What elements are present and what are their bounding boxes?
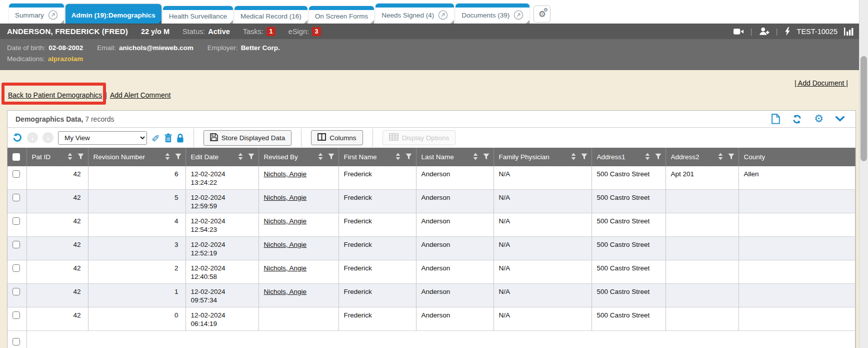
collapse-chevron-icon[interactable] (836, 116, 844, 122)
revised-by-link[interactable]: Nichols, Angie (264, 264, 307, 272)
revised-by-link[interactable]: Nichols, Angie (264, 170, 307, 178)
sort-icon[interactable] (396, 153, 400, 162)
back-to-patient-demographics-link[interactable]: Back to Patient Demographics (8, 91, 102, 99)
tab-documents[interactable]: Documents (39) (456, 4, 530, 24)
scrollbar-thumb[interactable] (860, 56, 867, 161)
cell-edit_date: 12-02-202412:40:58 (186, 260, 258, 284)
sort-icon[interactable] (68, 153, 72, 162)
vertical-scrollbar[interactable] (859, 0, 868, 348)
sort-icon[interactable] (238, 153, 243, 162)
tab-admin-demographics[interactable]: Admin (19):Demographics (66, 4, 162, 24)
tasks-badge[interactable]: 1 (266, 27, 276, 36)
table-row: 42112-02-202409:57:34Nichols, AngieFrede… (8, 284, 856, 307)
add-alert-comment-link[interactable]: Add Alert Comment (110, 91, 170, 99)
sort-icon[interactable] (473, 153, 478, 162)
filter-icon[interactable] (483, 153, 490, 161)
tab-settings-button[interactable]: ⚙⚙ (534, 6, 550, 23)
reset-view-icon[interactable] (12, 133, 22, 143)
save-icon (210, 133, 218, 143)
table-row-partial (8, 331, 856, 348)
panel-header: Demographics Data, 7 records ⚙ (8, 111, 856, 128)
filter-icon[interactable] (728, 153, 734, 161)
filter-icon[interactable] (248, 153, 254, 161)
column-header-address1[interactable]: Address1 (592, 148, 666, 166)
row-checkbox[interactable] (12, 170, 20, 178)
revised-by-link[interactable]: Nichols, Angie (264, 288, 307, 295)
cell-address1: 500 Castro Street (592, 237, 666, 260)
tab-accent-bar (456, 4, 530, 8)
filter-icon[interactable] (581, 153, 588, 161)
sort-icon[interactable] (571, 153, 576, 162)
column-header-revision_number[interactable]: Revision Number (88, 148, 186, 166)
filter-icon[interactable] (175, 153, 182, 161)
popout-icon[interactable] (48, 10, 58, 20)
column-header-pat_id[interactable]: Pat ID (26, 148, 88, 166)
sort-icon[interactable] (318, 153, 323, 162)
column-header-address2[interactable]: Address2 (666, 148, 738, 166)
column-header-revised_by[interactable]: Revised By (258, 148, 338, 166)
filter-icon[interactable] (328, 153, 334, 161)
sort-icon[interactable] (718, 153, 723, 162)
tab-needs-signed[interactable]: Needs Signed (4) (376, 4, 454, 24)
row-checkbox[interactable] (12, 338, 20, 345)
sort-icon[interactable] (165, 153, 170, 162)
tab-health-surveillance[interactable]: Health Surveillance (163, 6, 233, 24)
next-view-button[interactable]: › (42, 132, 54, 143)
row-checkbox[interactable] (12, 194, 20, 201)
cell-family_physician: N/A (494, 237, 592, 260)
column-header-first_name[interactable]: First Name (338, 148, 416, 166)
row-checkbox[interactable] (12, 241, 20, 248)
revised-by-link[interactable]: Nichols, Angie (264, 194, 307, 201)
tab-summary[interactable]: Summary (9, 4, 64, 24)
cell-edit_date: 12-02-202406:14:19 (186, 307, 258, 331)
patient-status: Status: Active (182, 28, 230, 36)
row-checkbox[interactable] (12, 217, 20, 225)
previous-view-button[interactable]: ‹ (27, 132, 38, 143)
panel-title: Demographics Data, 7 records (16, 115, 114, 123)
tab-medical-record[interactable]: Medical Record (16) (234, 6, 308, 24)
column-header-county[interactable]: County (738, 148, 856, 166)
column-header-last_name[interactable]: Last Name (416, 148, 494, 166)
sort-icon[interactable] (645, 153, 650, 162)
delete-view-icon[interactable] (164, 133, 172, 143)
toolbar-divider (301, 129, 302, 147)
add-person-icon[interactable] (759, 27, 770, 36)
refresh-icon[interactable] (792, 114, 802, 124)
popout-icon[interactable] (438, 10, 448, 20)
esign-badge[interactable]: 3 (312, 27, 321, 36)
column-header-family_physician[interactable]: Family Physician (494, 148, 592, 166)
tab-label: Needs Signed (4) (382, 12, 434, 19)
tab-label: Admin (19):Demographics (72, 12, 156, 19)
revised-by-link[interactable]: Nichols, Angie (264, 217, 307, 225)
video-camera-icon[interactable] (734, 28, 744, 35)
cell-pat_id: 42 (26, 260, 88, 284)
esign-label: eSign: (288, 28, 309, 36)
tab-on-screen-forms[interactable]: On Screen Forms (309, 6, 374, 24)
cell-edit_date: 12-02-202413:24:22 (186, 166, 258, 190)
cell-last_name: Anderson (416, 166, 494, 190)
edit-view-icon[interactable]: ✎ (152, 132, 160, 144)
add-document-link[interactable]: | Add Document | (794, 79, 848, 87)
lightning-icon[interactable] (784, 27, 790, 36)
popout-icon[interactable] (514, 10, 524, 20)
lock-view-icon[interactable] (176, 133, 184, 143)
settings-gear-icon[interactable]: ⚙ (814, 114, 824, 124)
revised-by-link[interactable]: Nichols, Angie (264, 241, 307, 248)
tab-accent-bar (234, 6, 308, 10)
tab-accent-bar (376, 4, 454, 8)
row-checkbox[interactable] (12, 311, 20, 319)
column-label: Pat ID (32, 153, 51, 161)
filter-icon[interactable] (406, 153, 412, 161)
select-all-checkbox[interactable] (12, 153, 20, 161)
column-header-edit_date[interactable]: Edit Date (186, 148, 258, 166)
store-displayed-data-button[interactable]: Store Displayed Data (204, 130, 292, 146)
new-document-icon[interactable] (772, 114, 780, 124)
medications-value[interactable]: alprazolam (48, 54, 84, 65)
bar-chart-icon[interactable] (844, 28, 854, 36)
filter-icon[interactable] (655, 153, 662, 161)
row-checkbox[interactable] (12, 264, 20, 272)
view-select[interactable]: My View (58, 131, 147, 145)
filter-icon[interactable] (78, 153, 84, 161)
columns-button[interactable]: Columns (311, 130, 362, 145)
row-checkbox[interactable] (12, 288, 20, 295)
